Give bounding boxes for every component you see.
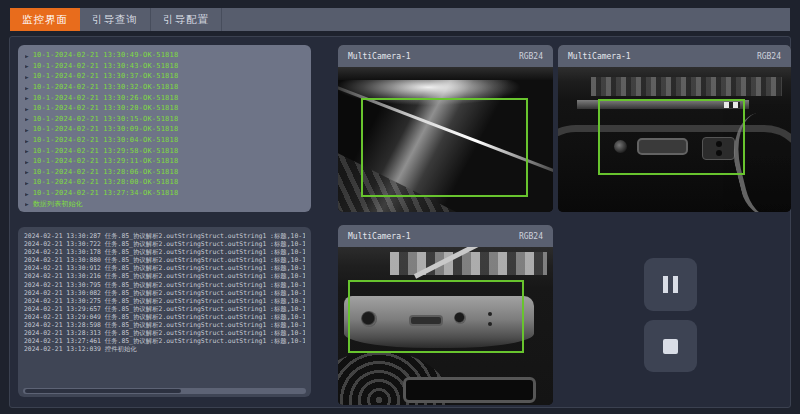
log-line: 2024-02-21 13:30:722 任务.85_协议解析2.outStri… xyxy=(24,240,305,248)
message-log-panel: 2024-02-21 13:30:287 任务.85_协议解析2.outStri… xyxy=(18,227,311,397)
result-item-label: 10-1-2024-02-21 13:30:32-OK-51818 xyxy=(33,83,179,91)
result-item-label: 10-1-2024-02-21 13:30:20-OK-51818 xyxy=(33,104,179,112)
result-item-label: 10-1-2024-02-21 13:30:15-OK-51818 xyxy=(33,115,179,123)
expand-arrow-icon: ▶ xyxy=(25,105,29,111)
result-list-item[interactable]: ▶ 10-1-2024-02-21 13:27:34-OK-51818 xyxy=(25,188,304,199)
log-line: 2024-02-21 13:30:912 任务.85_协议解析2.outStri… xyxy=(24,264,305,272)
result-list-item[interactable]: ▶ 10-1-2024-02-21 13:30:43-OK-51818 xyxy=(25,61,304,72)
result-list-item[interactable]: ▶ 10-1-2024-02-21 13:29:11-OK-51818 xyxy=(25,156,304,167)
pause-button[interactable] xyxy=(644,258,697,311)
scene-detail xyxy=(403,377,536,404)
camera-2-feed xyxy=(558,67,791,212)
result-item-label: 10-1-2024-02-21 13:30:04-OK-51818 xyxy=(33,136,179,144)
stop-button[interactable] xyxy=(644,320,697,372)
result-item-label: 10-1-2024-02-21 13:29:11-OK-51818 xyxy=(33,157,179,165)
result-item-label: 10-1-2024-02-21 13:28:06-OK-51818 xyxy=(33,168,179,176)
camera-3-format-badge: RGB24 xyxy=(519,232,543,241)
result-list-item[interactable]: ▶ 10-1-2024-02-21 13:28:06-OK-51818 xyxy=(25,167,304,178)
log-line: 2024-02-21 13:27:461 任务.85_协议解析2.outStri… xyxy=(24,337,305,345)
log-line: 2024-02-21 13:30:082 任务.85_协议解析2.outStri… xyxy=(24,289,305,297)
log-line: 2024-02-21 13:30:880 任务.85_协议解析2.outStri… xyxy=(24,256,305,264)
result-item-label: 10-1-2024-02-21 13:30:49-OK-51818 xyxy=(33,51,179,59)
camera-2-header: MultiCamera-1 RGB24 xyxy=(558,45,791,67)
result-item-label: 10-1-2024-02-21 13:28:00-OK-51818 xyxy=(33,178,179,186)
expand-arrow-icon: ▶ xyxy=(25,73,29,79)
horizontal-scrollbar[interactable] xyxy=(23,388,306,394)
camera-panel-3: MultiCamera-1 RGB24 xyxy=(338,225,553,405)
camera-3-title: MultiCamera-1 xyxy=(348,232,411,241)
log-line: 2024-02-21 13:12:039 控件初始化 xyxy=(24,345,305,353)
expand-arrow-icon: ▶ xyxy=(25,116,29,122)
expand-arrow-icon: ▶ xyxy=(25,158,29,164)
result-list-item[interactable]: ▶ 10-1-2024-02-21 13:30:15-OK-51818 xyxy=(25,114,304,125)
pause-icon xyxy=(663,276,678,293)
result-item-label: 10-1-2024-02-21 13:30:09-OK-51818 xyxy=(33,125,179,133)
scrollbar-thumb[interactable] xyxy=(25,389,181,393)
scene-detail xyxy=(338,67,553,80)
expand-arrow-icon: ▶ xyxy=(25,84,29,90)
expand-arrow-icon: ▶ xyxy=(25,190,29,196)
log-line: 2024-02-21 13:30:795 任务.85_协议解析2.outStri… xyxy=(24,281,305,289)
tab-guide-query[interactable]: 引导查询 xyxy=(80,8,151,31)
log-line: 2024-02-21 13:28:598 任务.85_协议解析2.outStri… xyxy=(24,321,305,329)
result-list-item[interactable]: ▶ 10-1-2024-02-21 13:30:09-OK-51818 xyxy=(25,124,304,135)
result-list-item[interactable]: ▶ 10-1-2024-02-21 13:30:04-OK-51818 xyxy=(25,135,304,146)
tab-guide-config[interactable]: 引导配置 xyxy=(151,8,222,31)
camera-1-header: MultiCamera-1 RGB24 xyxy=(338,45,553,67)
expand-arrow-icon: ▶ xyxy=(25,147,29,153)
log-line: 2024-02-21 13:30:287 任务.85_协议解析2.outStri… xyxy=(24,232,305,240)
log-line: 2024-02-21 13:29:049 任务.85_协议解析2.outStri… xyxy=(24,313,305,321)
result-list-item[interactable]: ▶ 10-1-2024-02-21 13:29:58-OK-51818 xyxy=(25,145,304,156)
expand-arrow-icon: ▶ xyxy=(25,169,29,175)
expand-arrow-icon: ▶ xyxy=(25,126,29,132)
result-list-item[interactable]: ▶ 10-1-2024-02-21 13:30:26-OK-51818 xyxy=(25,92,304,103)
result-item-label: 10-1-2024-02-21 13:27:34-OK-51818 xyxy=(33,189,179,197)
tab-bar: 监控界面 引导查询 引导配置 xyxy=(10,8,790,31)
expand-arrow-icon: ▶ xyxy=(25,63,29,69)
camera-panel-2: MultiCamera-1 RGB24 xyxy=(558,45,791,212)
result-list-panel[interactable]: ▶ 10-1-2024-02-21 13:30:49-OK-51818 ▶ 10… xyxy=(18,45,311,212)
scene-detail xyxy=(390,252,547,276)
result-list-item[interactable]: ▶ 数据列表初始化 xyxy=(25,198,304,209)
stop-icon xyxy=(663,339,678,354)
result-list-item[interactable]: ▶ 10-1-2024-02-21 13:30:49-OK-51818 xyxy=(25,50,304,61)
result-list-item[interactable]: ▶ 10-1-2024-02-21 13:30:32-OK-51818 xyxy=(25,82,304,93)
result-item-label: 10-1-2024-02-21 13:29:58-OK-51818 xyxy=(33,147,179,155)
camera-1-title: MultiCamera-1 xyxy=(348,52,411,61)
expand-arrow-icon: ▶ xyxy=(25,200,29,206)
camera-2-title: MultiCamera-1 xyxy=(568,52,631,61)
tab-monitor[interactable]: 监控界面 xyxy=(10,8,80,31)
detection-box xyxy=(348,280,524,353)
expand-arrow-icon: ▶ xyxy=(25,137,29,143)
expand-arrow-icon: ▶ xyxy=(25,95,29,101)
detection-box xyxy=(598,99,745,174)
scene-detail xyxy=(591,77,782,96)
log-line: 2024-02-21 13:30:216 任务.85_协议解析2.outStri… xyxy=(24,272,305,280)
result-list-item[interactable]: ▶ 10-1-2024-02-21 13:30:37-OK-51818 xyxy=(25,71,304,82)
app-window: 监控界面 引导查询 引导配置 ▶ 10-1-2024-02-21 13:30:4… xyxy=(0,0,800,414)
camera-2-format-badge: RGB24 xyxy=(757,52,781,61)
camera-3-feed xyxy=(338,247,553,405)
result-list-item[interactable]: ▶ 10-1-2024-02-21 13:28:00-OK-51818 xyxy=(25,177,304,188)
result-item-label: 10-1-2024-02-21 13:30:43-OK-51818 xyxy=(33,62,179,70)
detection-box xyxy=(361,98,528,197)
result-list-item[interactable]: ▶ 10-1-2024-02-21 13:30:20-OK-51818 xyxy=(25,103,304,114)
log-line: 2024-02-21 13:30:275 任务.85_协议解析2.outStri… xyxy=(24,297,305,305)
expand-arrow-icon: ▶ xyxy=(25,179,29,185)
result-item-label: 10-1-2024-02-21 13:30:37-OK-51818 xyxy=(33,72,179,80)
camera-1-feed xyxy=(338,67,553,212)
result-item-label: 数据列表初始化 xyxy=(33,199,83,209)
camera-panel-1: MultiCamera-1 RGB24 xyxy=(338,45,553,212)
camera-1-format-badge: RGB24 xyxy=(519,52,543,61)
expand-arrow-icon: ▶ xyxy=(25,52,29,58)
camera-3-header: MultiCamera-1 RGB24 xyxy=(338,225,553,247)
log-line: 2024-02-21 13:28:313 任务.85_协议解析2.outStri… xyxy=(24,329,305,337)
log-line: 2024-02-21 13:29:657 任务.85_协议解析2.outStri… xyxy=(24,305,305,313)
log-line: 2024-02-21 13:30:178 任务.85_协议解析2.outStri… xyxy=(24,248,305,256)
result-item-label: 10-1-2024-02-21 13:30:26-OK-51818 xyxy=(33,94,179,102)
